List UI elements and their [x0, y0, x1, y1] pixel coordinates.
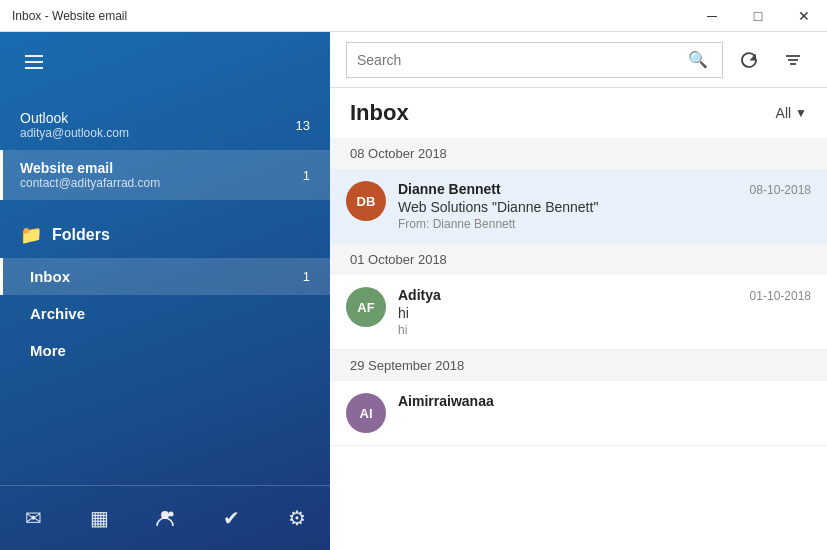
account-email-outlook: aditya@outlook.com — [20, 126, 129, 140]
account-badge-outlook: 13 — [296, 118, 310, 133]
email-content-dianne: Dianne Bennett 08-10-2018 Web Solutions … — [398, 181, 811, 231]
email-panel: 🔍 Inbox All ▼ — [330, 32, 827, 550]
email-top-aditya: Aditya 01-10-2018 — [398, 287, 811, 303]
folder-item-inbox[interactable]: Inbox 1 — [0, 258, 330, 295]
minimize-button[interactable]: ─ — [689, 0, 735, 32]
date-separator-oct1: 01 October 2018 — [330, 244, 827, 275]
inbox-header: Inbox All ▼ — [330, 88, 827, 138]
email-subject-dianne: Web Solutions "Dianne Bennett" — [398, 199, 811, 215]
account-item-website[interactable]: Website email contact@adityafarrad.com 1 — [0, 150, 330, 200]
contacts-nav-btn[interactable] — [141, 494, 189, 542]
email-date-aditya: 01-10-2018 — [750, 289, 811, 303]
svg-point-0 — [161, 511, 169, 519]
email-subject-aditya: hi — [398, 305, 811, 321]
account-badge-website: 1 — [303, 168, 310, 183]
search-box: 🔍 — [346, 42, 723, 78]
email-sender-aditya: Aditya — [398, 287, 441, 303]
account-name-website: Website email — [20, 160, 160, 176]
account-email-website: contact@adityafarrad.com — [20, 176, 160, 190]
title-bar: Inbox - Website email ─ □ ✕ — [0, 0, 827, 32]
account-list: Outlook aditya@outlook.com 13 Website em… — [0, 92, 330, 208]
hamburger-line — [25, 61, 43, 63]
filter-button[interactable] — [775, 42, 811, 78]
sidebar-nav: ✉ ▦ ✔ ⚙ — [0, 485, 330, 550]
tasks-nav-btn[interactable]: ✔ — [207, 494, 255, 542]
email-content-sep29: Aimirraiwanaa — [398, 393, 811, 409]
date-separator-oct8: 08 October 2018 — [330, 138, 827, 169]
email-top-dianne: Dianne Bennett 08-10-2018 — [398, 181, 811, 197]
sidebar: Outlook aditya@outlook.com 13 Website em… — [0, 32, 330, 550]
close-button[interactable]: ✕ — [781, 0, 827, 32]
inbox-filter[interactable]: All ▼ — [776, 105, 807, 121]
folder-item-more[interactable]: More — [0, 332, 330, 369]
email-toolbar: 🔍 — [330, 32, 827, 88]
date-separator-sep29: 29 September 2018 — [330, 350, 827, 381]
email-date-dianne: 08-10-2018 — [750, 183, 811, 197]
search-icon-button[interactable]: 🔍 — [684, 50, 712, 69]
email-sender-dianne: Dianne Bennett — [398, 181, 501, 197]
folder-icon: 📁 — [20, 224, 42, 246]
filter-label: All — [776, 105, 792, 121]
restore-button[interactable]: □ — [735, 0, 781, 32]
avatar-dianne: DB — [346, 181, 386, 221]
folders-label: Folders — [52, 226, 110, 244]
hamburger-line — [25, 55, 43, 57]
email-content-aditya: Aditya 01-10-2018 hi hi — [398, 287, 811, 337]
inbox-title: Inbox — [350, 100, 409, 126]
refresh-button[interactable] — [731, 42, 767, 78]
email-preview-aditya: hi — [398, 323, 811, 337]
folder-name-inbox: Inbox — [30, 268, 70, 285]
hamburger-button[interactable] — [16, 44, 52, 80]
settings-nav-btn[interactable]: ⚙ — [273, 494, 321, 542]
account-item-outlook[interactable]: Outlook aditya@outlook.com 13 — [0, 100, 330, 150]
window-controls: ─ □ ✕ — [689, 0, 827, 31]
account-name-outlook: Outlook — [20, 110, 129, 126]
email-top-sep29: Aimirraiwanaa — [398, 393, 811, 409]
mail-nav-btn[interactable]: ✉ — [9, 494, 57, 542]
hamburger-line — [25, 67, 43, 69]
email-sender-sep29: Aimirraiwanaa — [398, 393, 494, 409]
window-title: Inbox - Website email — [12, 9, 127, 23]
filter-chevron-icon: ▼ — [795, 106, 807, 120]
folder-badge-inbox: 1 — [303, 269, 310, 284]
email-item-dianne[interactable]: DB Dianne Bennett 08-10-2018 Web Solutio… — [330, 169, 827, 244]
folder-name-archive: Archive — [30, 305, 85, 322]
account-info-website: Website email contact@adityafarrad.com — [20, 160, 160, 190]
sidebar-header — [0, 32, 330, 92]
avatar-aditya: AF — [346, 287, 386, 327]
email-item-aditya[interactable]: AF Aditya 01-10-2018 hi hi — [330, 275, 827, 350]
account-info-outlook: Outlook aditya@outlook.com — [20, 110, 129, 140]
folders-section: 📁 Folders — [0, 208, 330, 254]
folder-item-archive[interactable]: Archive — [0, 295, 330, 332]
calendar-nav-btn[interactable]: ▦ — [75, 494, 123, 542]
email-list: 08 October 2018 DB Dianne Bennett 08-10-… — [330, 138, 827, 550]
email-item-sep29[interactable]: AI Aimirraiwanaa — [330, 381, 827, 446]
search-input[interactable] — [357, 52, 684, 68]
folder-list: Inbox 1 Archive More — [0, 258, 330, 369]
folder-name-more: More — [30, 342, 66, 359]
email-preview-dianne: From: Dianne Bennett — [398, 217, 811, 231]
svg-point-1 — [169, 512, 174, 517]
avatar-sep29: AI — [346, 393, 386, 433]
main-container: Outlook aditya@outlook.com 13 Website em… — [0, 32, 827, 550]
folders-header[interactable]: 📁 Folders — [20, 224, 310, 246]
